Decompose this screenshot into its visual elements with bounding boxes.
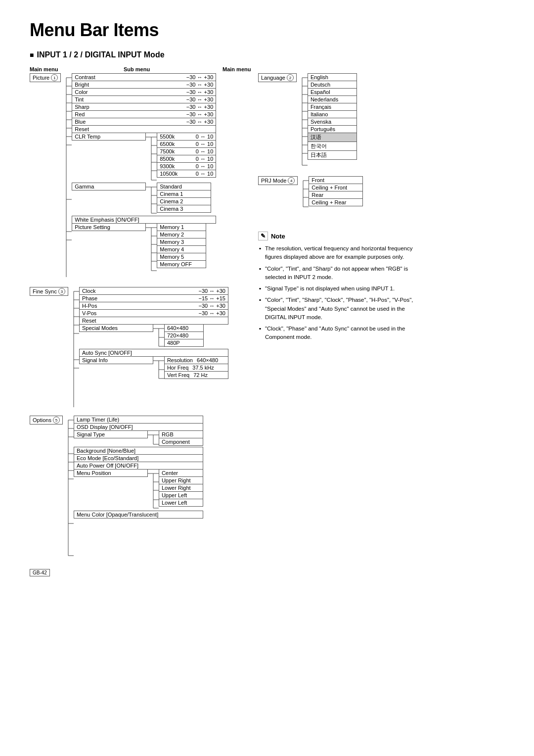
signal-rgb: RGB <box>159 430 203 438</box>
clr-7500k: 7500k0 ↔ 10 <box>157 147 216 155</box>
lang-chinese: 汉语 <box>308 133 357 142</box>
prj-mode-icon: 4 <box>288 177 295 184</box>
pos-upper-right: Upper Right <box>159 476 203 484</box>
lang-espanol: Español <box>308 88 357 96</box>
pos-lower-left: Lower Left <box>159 499 203 507</box>
special-modes-item: Special Modes <box>79 324 153 332</box>
note-item-4: • "Color", "Tint", "Sharp", "Clock", "Ph… <box>258 296 426 322</box>
lang-korean: 한국어 <box>308 142 357 151</box>
lang-portugues: Português <box>308 125 357 133</box>
picture-icon: 1 <box>51 74 58 81</box>
special-640x480: 640×480 <box>164 324 204 332</box>
sharp-item: Sharp−30 ↔ +30 <box>72 103 216 111</box>
prj-mode-main-item: PRJ Mode 4 <box>258 176 298 185</box>
main-menu-header-left: Main menu <box>30 66 74 72</box>
signal-component: Component <box>159 438 203 446</box>
note-item-3: • "Signal Type" is not displayed when us… <box>258 284 426 293</box>
clr-8500k: 8500k0 ↔ 10 <box>157 155 216 163</box>
phase-item: Phase−15 ↔ +15 <box>79 294 228 302</box>
auto-power-off-item: Auto Power Off [ON/OFF] <box>74 462 203 470</box>
gamma-standard: Standard <box>157 183 211 190</box>
note-item-5: • "Clock", "Phase" and "Auto Sync" canno… <box>258 325 426 342</box>
gamma-item: Gamma <box>72 183 146 190</box>
prj-ceiling-front: Ceiling + Front <box>309 184 363 191</box>
special-720x480: 720×480 <box>164 331 204 339</box>
fine-sync-main-item: Fine Sync 3 <box>30 287 68 296</box>
signal-info-item: Signal Info <box>79 356 153 364</box>
page-num-badge: GB-42 <box>30 569 50 576</box>
prj-rear: Rear <box>309 191 363 199</box>
signal-hor-freq: Hor Freq37.5 kHz <box>164 364 228 372</box>
page-title: Menu Bar Items <box>30 20 504 41</box>
lang-nederlands: Nederlands <box>308 95 357 103</box>
note-item-1: • The resolution, vertical frequency and… <box>258 244 426 262</box>
memory5: Memory 5 <box>157 253 206 261</box>
clr-9300k: 9300k0 ↔ 10 <box>157 162 216 170</box>
menu-color-item: Menu Color [Opaque/Translucent] <box>74 511 203 519</box>
note-item-2: • "Color", "Tint", and "Sharp" do not ap… <box>258 265 426 282</box>
options-main-item: Options 5 <box>30 416 63 425</box>
gamma-cinema1: Cinema 1 <box>157 190 211 198</box>
fine-sync-icon: 3 <box>58 288 65 295</box>
memory1: Memory 1 <box>157 223 206 231</box>
memory-off: Memory OFF <box>157 260 206 268</box>
lang-svenska: Svenska <box>308 118 357 126</box>
prj-ceiling-rear: Ceiling + Rear <box>309 198 363 206</box>
contrast-item: Contrast−30 ↔ +30 <box>72 73 216 81</box>
blue-item: Blue−30 ↔ +30 <box>72 118 216 126</box>
reset-item-finesync: Reset <box>79 317 228 325</box>
page-number: GB-42 <box>30 569 504 576</box>
signal-resolution: Resolution640×480 <box>164 356 228 364</box>
note-icon: ✎ <box>258 232 268 240</box>
note-title: ✎ Note <box>258 232 426 240</box>
background-item: Background [None/Blue] <box>74 447 203 455</box>
clr-5500k: 5500k0 ↔ 10 <box>157 133 216 141</box>
pos-upper-left: Upper Left <box>159 491 203 499</box>
menu-position-item: Menu Position <box>74 469 148 477</box>
clr-10500k: 10500k0 ↔ 10 <box>157 170 216 178</box>
signal-vert-freq: Vert Freq72 Hz <box>164 371 228 379</box>
language-main-item: Language 2 <box>258 73 297 82</box>
gamma-cinema2: Cinema 2 <box>157 197 211 205</box>
clr-temp-item: CLR Temp <box>72 133 146 141</box>
clock-item: Clock−30 ↔ +30 <box>79 287 228 295</box>
clr-6500k: 6500k0 ↔ 10 <box>157 140 216 148</box>
color-item: Color−30 ↔ +30 <box>72 88 216 96</box>
white-emphasis-item: White Emphasis [ON/OFF] <box>72 216 216 224</box>
language-icon: 2 <box>287 74 294 81</box>
picture-setting-item: Picture Setting <box>72 223 146 231</box>
signal-type-item: Signal Type <box>74 430 148 438</box>
picture-main-item: Picture 1 <box>30 73 61 82</box>
memory4: Memory 4 <box>157 245 206 253</box>
gamma-cinema3: Cinema 3 <box>157 205 211 213</box>
lang-italiano: Italiano <box>308 110 357 118</box>
eco-mode-item: Eco Mode [Eco/Standard] <box>74 454 203 462</box>
hpos-item: H-Pos−30 ↔ +30 <box>79 302 228 310</box>
special-480p: 480P <box>164 339 204 347</box>
auto-sync-item: Auto Sync [ON/OFF] <box>79 349 228 357</box>
lang-deutsch: Deutsch <box>308 81 357 89</box>
memory3: Memory 3 <box>157 238 206 246</box>
osd-display-item: OSD Display [ON/OFF] <box>74 423 203 431</box>
lang-japanese: 日本語 <box>308 150 357 160</box>
sub-menu-header: Sub menu <box>74 66 218 72</box>
lamp-timer-item: Lamp Timer (Life) <box>74 416 203 424</box>
bright-item: Bright−30 ↔ +30 <box>72 81 216 89</box>
lang-francais: Français <box>308 103 357 111</box>
lang-english: English <box>308 73 357 81</box>
memory2: Memory 2 <box>157 231 206 238</box>
pos-center: Center <box>159 469 203 477</box>
reset-item-picture: Reset <box>72 125 216 133</box>
red-item: Red−30 ↔ +30 <box>72 110 216 118</box>
options-icon: 5 <box>53 417 60 424</box>
prj-front: Front <box>309 176 363 184</box>
tint-item: Tint−30 ↔ +30 <box>72 95 216 103</box>
pos-lower-right: Lower Right <box>159 484 203 492</box>
vpos-item: V-Pos−30 ↔ +30 <box>79 309 228 317</box>
section-title: INPUT 1 / 2 / DIGITAL INPUT Mode <box>30 50 504 59</box>
main-menu-header-right: Main menu <box>218 66 282 72</box>
